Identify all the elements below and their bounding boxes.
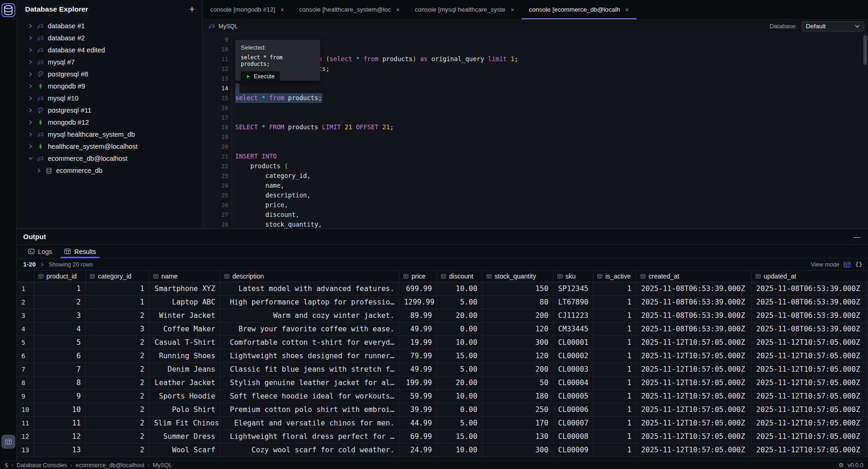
console-tab[interactable]: console [mongodb #12]×: [203, 0, 292, 19]
close-icon[interactable]: ×: [510, 6, 514, 13]
table-row[interactable]: 992Sports HoodieSoft fleece hoodie ideal…: [17, 390, 868, 403]
chevron-right-icon[interactable]: [28, 120, 33, 125]
chevron-right-icon[interactable]: [28, 47, 33, 53]
sidebar-item[interactable]: database #4 edited: [17, 44, 202, 56]
code-token: category_id,: [235, 172, 311, 179]
chevron-right-icon[interactable]: [28, 35, 33, 41]
sidebar-item[interactable]: healthcare_system@localhost: [17, 140, 202, 152]
chevron-right-icon[interactable]: [28, 108, 33, 113]
table-row[interactable]: 552Casual T-ShirtComfortable cotton t-sh…: [17, 336, 868, 349]
console-tab[interactable]: console [mysql healthcare_syste×: [407, 0, 521, 19]
chevron-right-icon[interactable]: [28, 95, 33, 101]
output-tab-logs[interactable]: Logs: [23, 245, 57, 258]
sidebar-item[interactable]: ecommerce_db@localhost: [17, 152, 202, 165]
close-icon[interactable]: ×: [625, 6, 629, 13]
sidebar-item[interactable]: database #1: [17, 20, 202, 32]
code-line: select * from products;: [235, 93, 322, 103]
code-token: from: [363, 55, 379, 63]
sidebar-item[interactable]: postgresql #8: [17, 68, 202, 80]
rows-count: Showing 20 rows: [49, 261, 93, 268]
add-connection-button[interactable]: +: [189, 5, 195, 14]
code-token: OFFSET: [356, 123, 379, 131]
column-header[interactable]: description: [220, 271, 399, 282]
table-row[interactable]: 662Running ShoesLightweight shoes design…: [17, 349, 868, 363]
table-row[interactable]: 12122Summer DressLightweight floral dres…: [17, 430, 868, 444]
mysql-icon: [37, 47, 44, 54]
sidebar-item[interactable]: mongodb #12: [17, 116, 202, 128]
table-cell: Summer Dress: [149, 430, 220, 444]
console-tab[interactable]: console [ecommerce_db@localh×: [521, 0, 636, 19]
close-icon[interactable]: ×: [396, 6, 400, 13]
json-view-icon[interactable]: {}: [855, 261, 862, 268]
table-view-icon[interactable]: [843, 261, 851, 268]
column-header[interactable]: product_id: [34, 271, 86, 282]
line-number: 19: [203, 132, 228, 142]
sidebar-item[interactable]: mysql #7: [17, 56, 202, 68]
gear-icon[interactable]: ⚙: [838, 462, 844, 469]
table-row[interactable]: 13132Wool ScarfCozy wool scarf for cold …: [17, 444, 868, 457]
column-header[interactable]: discount: [437, 271, 482, 282]
sidebar-item[interactable]: postgresql #11: [17, 104, 202, 116]
layout-toggle-button[interactable]: [1, 435, 15, 449]
breadcrumb-item[interactable]: Database Consoles: [17, 462, 67, 469]
table-cell: 2025-11-08T06:53:39.000Z: [752, 282, 868, 296]
close-icon[interactable]: ×: [280, 6, 284, 13]
chevron-right-icon[interactable]: [28, 144, 33, 149]
code-token: 21: [382, 123, 390, 131]
editor-scrollbar[interactable]: [863, 35, 867, 65]
table-cell: 1: [86, 296, 149, 309]
table-row[interactable]: 332Winter JacketWarm and cozy winter jac…: [17, 309, 868, 323]
chevron-right-icon[interactable]: [28, 59, 33, 65]
column-header[interactable]: updated_at: [752, 271, 868, 282]
chevron-right-icon[interactable]: [28, 132, 33, 137]
sidebar-item[interactable]: mysql healthcare_system_db: [17, 128, 202, 140]
table-cell: 7: [34, 363, 86, 376]
table-row[interactable]: 221Laptop ABCHigh performance laptop for…: [17, 296, 868, 309]
selection-highlight: [235, 83, 239, 93]
breadcrumb-item[interactable]: MySQL: [153, 462, 172, 469]
table-row[interactable]: 772Denim JeansClassic fit blue jeans wit…: [17, 363, 868, 376]
row-number-header[interactable]: [17, 271, 34, 282]
table-cell: Premium cotton polo shirt with embroi…: [220, 403, 399, 417]
table-row[interactable]: 882Leather JacketStylish genuine leather…: [17, 376, 868, 390]
console-tab[interactable]: console [healthcare_system@loc×: [292, 0, 408, 19]
column-header[interactable]: sku: [553, 271, 593, 282]
column-header[interactable]: name: [149, 271, 220, 282]
sidebar-item[interactable]: mysql #10: [17, 92, 202, 104]
output-tab-results[interactable]: Results: [59, 245, 101, 258]
chevron-right-icon[interactable]: [28, 83, 33, 89]
line-number: 22: [203, 161, 228, 171]
table-cell: Lightweight shoes designed for runner…: [220, 349, 399, 363]
play-icon: [246, 74, 251, 79]
sidebar-item[interactable]: ecommerce_db: [17, 165, 202, 177]
chevron-right-icon[interactable]: [28, 23, 33, 29]
breadcrumb-item[interactable]: ecommerce_db@localhost: [76, 462, 144, 469]
column-header[interactable]: created_at: [637, 271, 752, 282]
sql-editor[interactable]: 910111213141516171819202122232425262728 …: [203, 33, 868, 228]
chevron-down-icon[interactable]: [28, 156, 33, 161]
column-header[interactable]: category_id: [86, 271, 149, 282]
execute-button[interactable]: Execute: [241, 71, 280, 82]
sidebar-item[interactable]: mongodb #9: [17, 80, 202, 92]
code-line: name,: [235, 181, 284, 190]
row-number-cell: 12: [17, 430, 34, 444]
code-token: [258, 94, 262, 101]
table-cell: 699.99: [399, 282, 437, 296]
chevron-right-icon[interactable]: [40, 262, 45, 267]
table-row[interactable]: 443Coffee MakerBrew your favorite coffee…: [17, 323, 868, 336]
column-header[interactable]: price: [399, 271, 437, 282]
code-token: discount,: [235, 211, 299, 218]
table-row[interactable]: 10102Polo ShirtPremium cotton polo shirt…: [17, 403, 868, 417]
table-row[interactable]: 111Smartphone XYZLatest model with advan…: [17, 282, 868, 296]
minimize-icon[interactable]: —: [854, 233, 861, 241]
database-explorer-button[interactable]: [1, 3, 15, 17]
database-select[interactable]: Default: [802, 21, 864, 32]
line-number: 28: [203, 220, 228, 228]
table-row[interactable]: 11112Slim Fit ChinosElegant and versatil…: [17, 417, 868, 430]
sidebar-item[interactable]: database #2: [17, 32, 202, 44]
column-header[interactable]: stock_quantity: [482, 271, 553, 282]
chevron-right-icon[interactable]: [36, 168, 42, 173]
table-cell: LT67890: [553, 296, 593, 309]
chevron-right-icon[interactable]: [28, 71, 33, 77]
column-header[interactable]: is_active: [593, 271, 637, 282]
